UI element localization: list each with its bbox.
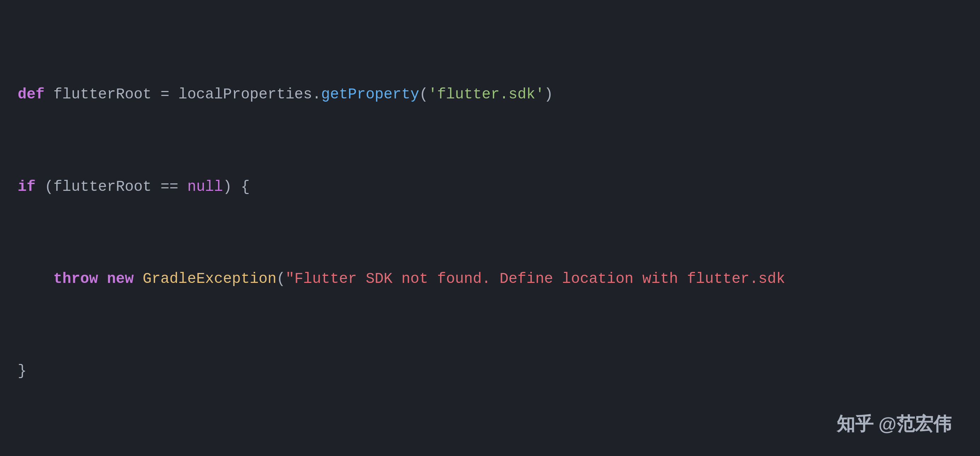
code-container: def flutterRoot = localProperties.getPro… (0, 0, 980, 456)
code-line-4: } (18, 360, 962, 383)
code-line-1: def flutterRoot = localProperties.getPro… (18, 83, 962, 106)
keyword-throw: throw (54, 270, 98, 288)
code-line-3: throw new GradleException("Flutter SDK n… (18, 268, 962, 291)
watermark: 知乎 @范宏伟 (837, 412, 952, 437)
keyword-if-1: if (18, 178, 35, 195)
code-block: def flutterRoot = localProperties.getPro… (18, 14, 962, 456)
keyword-def-1: def (18, 86, 45, 103)
keyword-new: new (107, 270, 134, 288)
exception-class: GradleException (143, 270, 277, 288)
blank-line-1 (18, 452, 962, 456)
code-line-2: if (flutterRoot == null) { (18, 176, 962, 199)
exception-message: "Flutter SDK not found. Define location … (285, 270, 785, 288)
